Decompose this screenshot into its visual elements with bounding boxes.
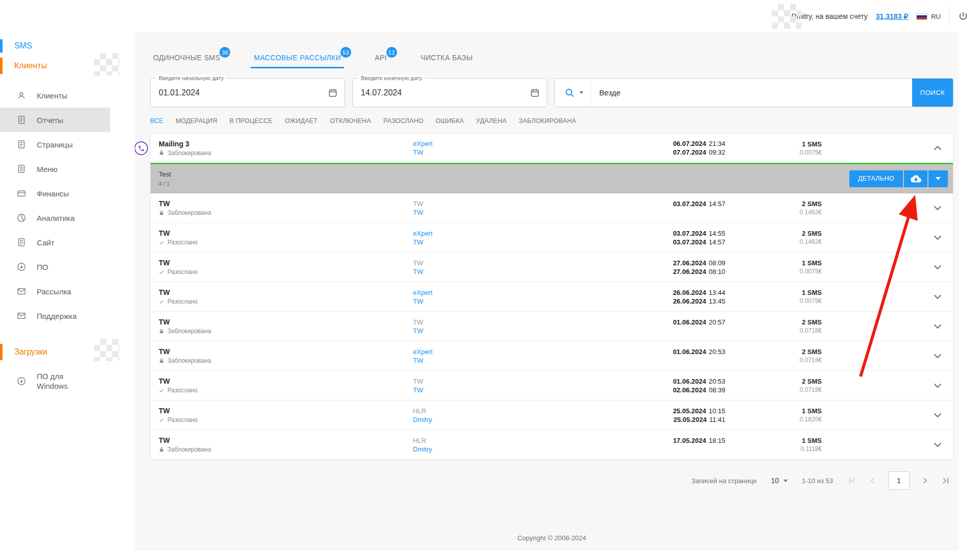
tab-api[interactable]: API 12 (372, 54, 390, 68)
search-input[interactable]: Везде (591, 88, 912, 97)
expand-row-button[interactable] (922, 383, 953, 388)
mailing-dates: 03.07.202414:57 (584, 199, 725, 217)
download-options-button[interactable] (928, 170, 948, 187)
table-row[interactable]: TW Заблокирована TW TW 01.06.202420:57 2… (151, 312, 953, 341)
mailing-volume: 2 SMS 0.0718€ (725, 348, 822, 364)
status-filter-waiting[interactable]: ОЖИДАЕТ (285, 117, 317, 124)
status-filter-in-progress[interactable]: В ПРОЦЕССЕ (229, 117, 273, 124)
sender-link[interactable]: TW (413, 297, 584, 306)
date-to-label: Введите конечную дату (358, 75, 425, 81)
sender-link[interactable]: TW (413, 208, 584, 217)
mailing-name: TW (159, 259, 413, 267)
table-row[interactable]: TW Заблокирована eXpert TW 01.06.202420:… (151, 341, 953, 371)
sidebar-item-reports[interactable]: Отчеты (0, 108, 110, 132)
expand-row-button[interactable] (922, 324, 953, 329)
date-from-field[interactable]: Введите начальную дату 01.01.2024 (150, 78, 345, 107)
sidebar-item-clients[interactable]: Клиенты (0, 83, 110, 108)
sender-link[interactable]: TW (413, 356, 584, 365)
expand-row-button[interactable] (922, 265, 953, 270)
table-row[interactable]: TW Разослано eXpert TW 03.07.202414:55 0… (151, 223, 953, 253)
mailing-name: TW (159, 288, 413, 296)
date-from-value[interactable]: 01.01.2024 (159, 88, 328, 97)
chevron-left-icon (868, 475, 878, 486)
balance-link[interactable]: 31,3183 ₽ (876, 12, 908, 20)
expand-row-button[interactable] (922, 413, 953, 418)
menu-icon (16, 164, 27, 174)
tab-single-sms[interactable]: ОДИНОЧНЫЕ SMS 36 (150, 54, 223, 68)
table-row[interactable]: Mailing 3 Заблокирована eXpert TW 06.07.… (151, 133, 953, 163)
tab-base-cleaning[interactable]: ЧИСТКА БАЗЫ (418, 54, 476, 68)
last-page-button[interactable] (940, 475, 950, 486)
sidebar-item-analytics[interactable]: Аналитика (0, 206, 110, 230)
sender-link[interactable]: TW (413, 238, 584, 246)
expand-row-button[interactable] (922, 442, 953, 447)
logout-button[interactable] (949, 6, 969, 27)
channel-link[interactable]: eXpert (413, 288, 584, 297)
envelope-icon (16, 286, 27, 296)
sidebar-item-software[interactable]: ПО (0, 255, 110, 279)
table-row[interactable]: TW Разослано HLR Dmitry 25.05.202410:15 … (151, 400, 953, 430)
sidebar-item-windows-software[interactable]: ПО для Windows (0, 366, 110, 396)
sidebar-section-clients[interactable]: Клиенты (0, 55, 135, 77)
collapse-row-button[interactable] (922, 145, 953, 151)
date-to-value[interactable]: 14.07.2024 (361, 88, 530, 97)
sender-link[interactable]: Dmitry (413, 445, 584, 454)
search-button[interactable]: ПОИСК (912, 79, 953, 107)
status-filter-moderation[interactable]: МОДЕРАЦИЯ (176, 117, 217, 124)
first-page-button[interactable] (847, 475, 857, 486)
table-row[interactable]: TW Разослано TW TW 01.06.202420:53 02.06… (151, 371, 953, 400)
sidebar-section-downloads[interactable]: Загрузки (0, 341, 135, 363)
sidebar-menu: Клиенты Отчеты Страницы Меню Финансы Ана… (0, 83, 135, 328)
table-row[interactable]: TW Разослано TW TW 27.06.202408:09 27.06… (151, 253, 953, 282)
sidebar-item-mailing[interactable]: Рассылка (0, 279, 110, 304)
channel-link[interactable]: eXpert (413, 139, 584, 148)
next-page-button[interactable] (920, 475, 930, 486)
expand-row-button[interactable] (922, 354, 953, 359)
lock-icon (159, 358, 164, 364)
sidebar-item-finance[interactable]: Финансы (0, 181, 110, 206)
date-to-field[interactable]: Введите конечную дату 14.07.2024 (352, 78, 547, 107)
prev-page-button[interactable] (868, 475, 878, 486)
table-row[interactable]: TW Заблокирована TW TW 03.07.202414:57 2… (151, 193, 953, 223)
sidebar-item-menu[interactable]: Меню (0, 157, 110, 181)
page-nav: 1 (847, 471, 950, 490)
language-selector[interactable]: RU (916, 13, 941, 20)
status-filter-sent[interactable]: РАЗОСЛАНО (383, 117, 424, 124)
status-filter-all[interactable]: ВСЕ (150, 117, 163, 124)
sender-link[interactable]: TW (413, 386, 584, 394)
status-filter-error[interactable]: ОШИБКА (436, 117, 464, 124)
status-filter-blocked[interactable]: ЗАБЛОКИРОВАНА (519, 117, 576, 124)
detail-button[interactable]: ДЕТАЛЬНО (849, 170, 903, 187)
expand-row-button[interactable] (922, 294, 953, 299)
table-row[interactable]: TW Заблокирована HLR Dmitry 17.05.202418… (151, 430, 953, 460)
search-scope-dropdown[interactable] (555, 79, 591, 107)
sender-link[interactable]: TW (413, 148, 584, 157)
calendar-icon[interactable] (328, 88, 338, 98)
chevron-down-icon (783, 480, 788, 482)
status-filter-disabled[interactable]: ОТКЛЮЧЕНА (330, 117, 371, 124)
sender-link[interactable]: TW (413, 327, 584, 335)
section-accent-bar (0, 344, 3, 360)
copyright-text: Copyright © 2008-2024 (150, 534, 953, 542)
per-page-select[interactable]: 10 (771, 477, 788, 485)
status-filter-deleted[interactable]: УДАЛЕНА (476, 117, 507, 124)
sidebar-item-site[interactable]: Сайт (0, 230, 110, 255)
tab-mass-mailings[interactable]: МАССОВЫЕ РАССЫЛКИ 53 (251, 54, 344, 68)
sidebar-section-sms[interactable]: SMS (0, 37, 135, 55)
download-report-button[interactable] (904, 170, 927, 187)
lock-icon (159, 150, 164, 156)
sidebar-item-label: Поддержка (37, 312, 77, 320)
channel-link[interactable]: eXpert (413, 229, 584, 238)
sidebar-item-support[interactable]: Поддержка (0, 304, 110, 328)
mailing-status: Заблокирована (167, 209, 211, 216)
expand-row-button[interactable] (922, 235, 953, 240)
calendar-icon[interactable] (530, 88, 540, 98)
sidebar-item-pages[interactable]: Страницы (0, 132, 110, 157)
tab-label: ЧИСТКА БАЗЫ (421, 54, 473, 62)
expand-row-button[interactable] (922, 206, 953, 211)
table-row[interactable]: TW Разослано eXpert TW 26.06.202413:44 2… (151, 282, 953, 312)
sender-link[interactable]: TW (413, 267, 584, 276)
current-page-field[interactable]: 1 (888, 471, 910, 490)
channel-link[interactable]: eXpert (413, 347, 584, 356)
sender-link[interactable]: Dmitry (413, 415, 584, 424)
